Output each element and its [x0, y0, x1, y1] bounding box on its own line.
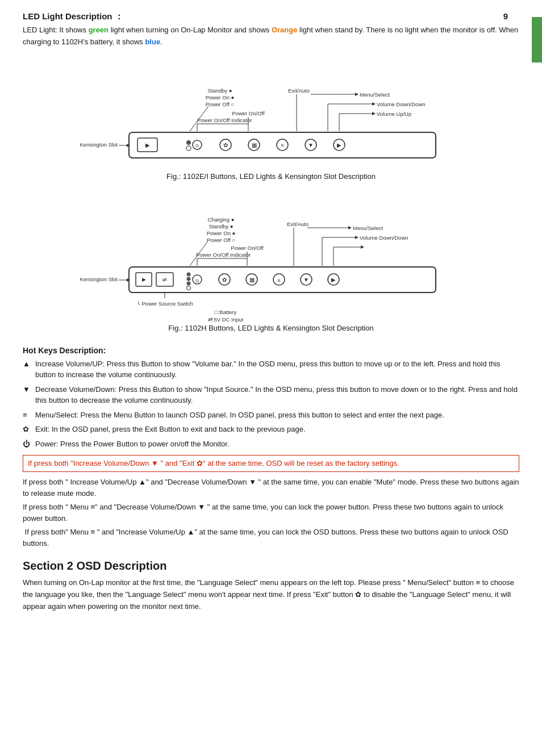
svg-marker-28: [355, 93, 358, 96]
svg-text:Kensington Slot: Kensington Slot: [80, 141, 118, 148]
fig2-caption: Fig.: 1102H Buttons, LED Lights & Kensin…: [168, 324, 373, 332]
svg-text:▶: ▶: [145, 142, 150, 148]
menu-icon: ≡: [23, 410, 33, 421]
svg-text:✿: ✿: [223, 142, 228, 148]
diagram2-section: ▶ ⇌ G ✿ ▦ ≡ ▼ ▶ Charging ● Standby ● Pow…: [23, 193, 519, 340]
led-title: LED Light Description ：: [23, 11, 519, 22]
svg-text:≡: ≡: [281, 143, 283, 148]
svg-text:Power On/Off: Power On/Off: [231, 245, 264, 251]
svg-text:□:Battery: □:Battery: [215, 309, 237, 315]
svg-text:▦: ▦: [252, 142, 257, 148]
fig1-caption: Fig.: 1102E/I Buttons, LED Lights & Kens…: [166, 172, 376, 181]
svg-point-60: [187, 277, 191, 281]
hot-key-item-2: ▼ Decrease Volume/Down: Press this Butto…: [23, 384, 519, 406]
svg-text:▼: ▼: [308, 142, 314, 148]
svg-text:▶: ▶: [331, 277, 336, 283]
svg-text:▼: ▼: [303, 277, 309, 283]
svg-point-62: [187, 286, 191, 290]
svg-text:⇌: ⇌: [162, 277, 167, 282]
diagram1-section: ▶ G ✿ ▦ ≡ ▼ ▶ Standby ● Power On ● Power…: [23, 59, 519, 189]
led-description: LED Light: It shows green light when tur…: [23, 24, 519, 48]
svg-point-16: [186, 146, 191, 151]
svg-text:Menu/Select: Menu/Select: [353, 225, 383, 231]
hot-keys-list: ▲ Increase Volume/UP: Press this Button …: [23, 358, 519, 450]
hot-key-item-1: ▲ Increase Volume/UP: Press this Button …: [23, 358, 519, 381]
section2-body: When turning on On-Lap monitor at the fi…: [23, 577, 519, 612]
svg-marker-79: [355, 236, 358, 239]
svg-point-15: [186, 140, 191, 145]
svg-text:Power On/Off Indicator: Power On/Off Indicator: [197, 117, 252, 123]
info-paragraph-3: If press both" Menu ≡ " and "Increase Vo…: [23, 527, 519, 549]
hot-key-item-5: ⏻ Power: Press the Power Button to power…: [23, 438, 519, 450]
svg-point-61: [187, 281, 191, 285]
svg-text:Menu/Select: Menu/Select: [360, 91, 390, 98]
svg-text:Exit/Auto: Exit/Auto: [287, 221, 308, 227]
svg-text:Volume Up/Up: Volume Up/Up: [377, 111, 411, 117]
svg-text:G: G: [195, 278, 199, 283]
svg-point-59: [187, 272, 191, 276]
svg-text:Standby ●: Standby ●: [207, 87, 232, 94]
hot-keys-title: Hot Keys Description:: [23, 346, 519, 355]
svg-text:Power Off ○: Power Off ○: [206, 101, 234, 107]
section2-title: Section 2 OSD Description: [23, 559, 519, 573]
svg-text:Power On/Off Indicator: Power On/Off Indicator: [196, 252, 251, 258]
svg-text:Standby ●: Standby ●: [209, 223, 233, 229]
diagram1-svg: ▶ G ✿ ▦ ≡ ▼ ▶ Standby ● Power On ● Power…: [72, 59, 470, 172]
svg-marker-35: [372, 112, 376, 115]
page-number: 9: [503, 11, 508, 21]
svg-text:G: G: [195, 143, 199, 148]
diagram2-svg: ▶ ⇌ G ✿ ▦ ≡ ▼ ▶ Charging ● Standby ● Pow…: [72, 193, 470, 324]
svg-text:▦: ▦: [249, 277, 255, 283]
hot-key-item-4: ✿ Exit: In the OSD panel, press the Exit…: [23, 424, 519, 435]
svg-text:Volume Down/Down: Volume Down/Down: [377, 101, 426, 107]
svg-marker-83: [361, 245, 364, 249]
info-paragraph-1: If press both " Increase Volume/Up ▲" an…: [23, 477, 519, 499]
svg-text:≡: ≡: [277, 278, 280, 283]
svg-rect-42: [129, 267, 436, 293]
svg-text:└ Power Source Switch: └ Power Source Switch: [136, 300, 193, 307]
svg-text:Volume Down/Down: Volume Down/Down: [360, 235, 408, 241]
green-tab: [532, 17, 542, 62]
svg-text:▶: ▶: [142, 277, 146, 282]
info-paragraph-2: If press both " Menu ≡" and "Decrease Vo…: [23, 502, 519, 524]
volume-up-icon: ▲: [23, 358, 33, 370]
volume-down-icon: ▼: [23, 384, 33, 395]
svg-text:Power On ●: Power On ●: [206, 94, 235, 101]
svg-text:Exit/Auto: Exit/Auto: [288, 87, 310, 94]
svg-text:Power Off ○: Power Off ○: [207, 237, 235, 243]
svg-marker-76: [348, 226, 352, 229]
svg-text:Power On ●: Power On ●: [207, 230, 236, 236]
svg-text:⇌:5V DC Input: ⇌:5V DC Input: [208, 316, 244, 323]
svg-text:▶: ▶: [337, 142, 341, 148]
svg-marker-31: [372, 102, 376, 106]
power-icon: ⏻: [23, 438, 33, 450]
svg-text:✿: ✿: [222, 277, 227, 283]
svg-text:Kensington Slot: Kensington Slot: [80, 276, 118, 282]
hot-key-item-3: ≡ Menu/Select: Press the Menu Button to …: [23, 410, 519, 421]
svg-text:Charging ●: Charging ●: [208, 216, 235, 223]
svg-text:Power On/Off: Power On/Off: [232, 110, 265, 116]
exit-icon: ✿: [23, 424, 33, 435]
highlight-box: If press both "Increase Volume/Down ▼ " …: [23, 455, 519, 472]
